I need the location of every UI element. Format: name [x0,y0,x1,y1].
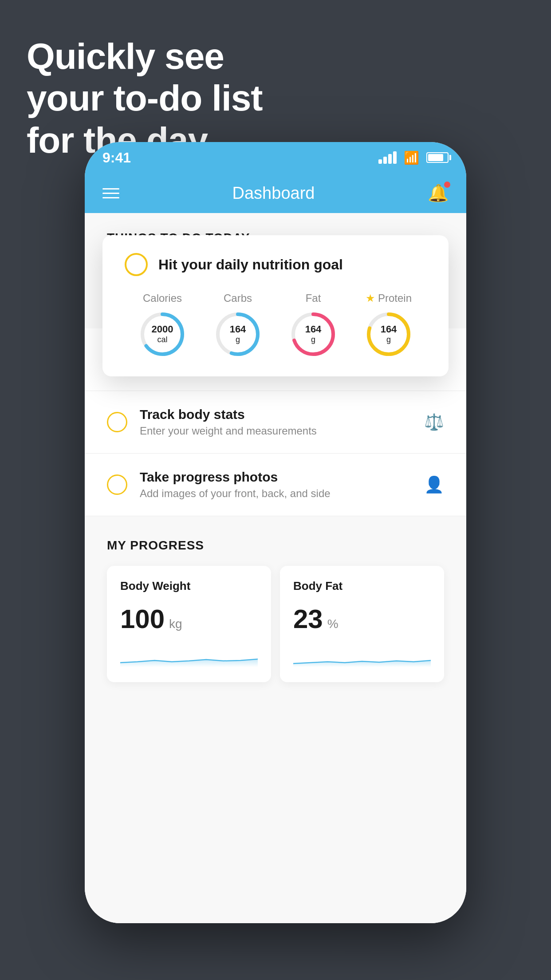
body-fat-title: Body Fat [293,579,431,593]
nutrition-card-header: Hit your daily nutrition goal [125,253,426,276]
body-weight-sparkline [120,645,258,667]
body-weight-unit: kg [169,617,182,631]
body-fat-value: 23 % [293,604,431,634]
menu-button[interactable] [102,188,119,198]
fat-ring: 164 g [289,310,338,359]
wifi-icon: 📶 [404,150,419,165]
progress-section-title: MY PROGRESS [107,538,444,553]
fat-value: 164 g [305,324,322,345]
body-stats-icon: ⚖️ [424,413,444,431]
todo-item-photos[interactable]: Take progress photos Add images of your … [85,454,466,516]
body-stats-subtitle: Enter your weight and measurements [140,425,412,437]
body-fat-number: 23 [293,604,323,634]
protein-ring: 164 g [364,310,413,359]
top-nav: Dashboard 🔔 [85,173,466,213]
carbs-value: 164 g [230,324,246,345]
nutrition-carbs: Carbs 164 g [213,292,262,359]
notifications-button[interactable]: 🔔 [428,183,449,203]
nutrition-card-title: Hit your daily nutrition goal [158,257,343,273]
photos-icon: 👤 [424,475,444,494]
battery-icon [426,152,449,163]
calories-value: 2000 cal [152,324,173,345]
body-fat-unit: % [327,617,338,631]
photos-text: Take progress photos Add images of your … [140,470,412,500]
body-weight-title: Body Weight [120,579,258,593]
nutrition-fat: Fat 164 g [289,292,338,359]
carbs-ring: 164 g [213,310,262,359]
nutrition-row: Calories 2000 cal Carbs [125,292,426,359]
calories-label: Calories [143,292,182,304]
progress-cards: Body Weight 100 kg [107,566,444,682]
nutrition-protein: ★ Protein 164 g [364,292,413,359]
nav-title: Dashboard [232,184,315,203]
signal-icon [378,151,397,164]
body-fat-sparkline [293,645,431,667]
todo-list: Running Track your stats (target: 5km) 👟… [85,328,466,695]
calories-ring: 2000 cal [138,310,187,359]
phone-mockup: 9:41 📶 Dashboard 🔔 THINGS TO DO TOD [85,142,466,923]
status-time: 9:41 [102,150,131,166]
body-fat-card: Body Fat 23 % [280,566,444,682]
status-icons: 📶 [378,150,449,165]
todo-item-body-stats[interactable]: Track body stats Enter your weight and m… [85,391,466,454]
content-area: THINGS TO DO TODAY Hit your daily nutrit… [85,213,466,923]
photos-subtitle: Add images of your front, back, and side [140,487,412,500]
nutrition-card: Hit your daily nutrition goal Calories 2… [102,235,449,376]
carbs-label: Carbs [224,292,252,304]
fat-label: Fat [306,292,321,304]
photos-check-circle [107,474,127,495]
protein-label: ★ Protein [366,292,412,304]
body-weight-card: Body Weight 100 kg [107,566,271,682]
body-stats-check-circle [107,412,127,432]
nutrition-check-circle[interactable] [125,253,148,276]
body-weight-number: 100 [120,604,165,634]
photos-title: Take progress photos [140,470,412,485]
notification-badge [444,182,450,188]
nutrition-calories: Calories 2000 cal [138,292,187,359]
star-icon: ★ [366,292,375,304]
hero-line-1: Quickly see [27,36,263,77]
progress-section: MY PROGRESS Body Weight 100 kg [85,516,466,695]
body-stats-title: Track body stats [140,407,412,422]
hero-line-2: your to-do list [27,77,263,119]
body-weight-value: 100 kg [120,604,258,634]
protein-value: 164 g [381,324,397,345]
status-bar: 9:41 📶 [85,142,466,173]
body-stats-text: Track body stats Enter your weight and m… [140,407,412,437]
